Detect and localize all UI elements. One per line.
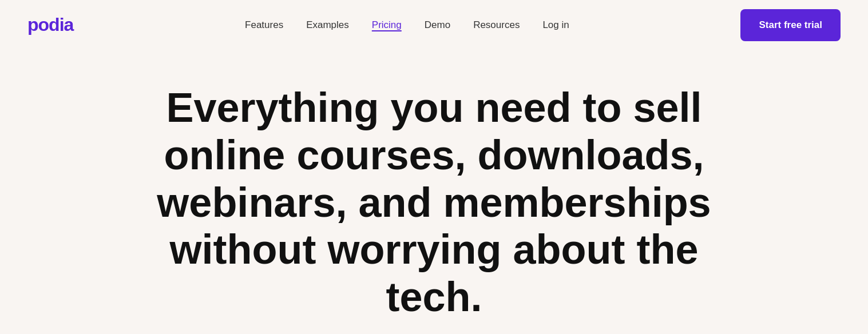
nav-demo[interactable]: Demo — [425, 19, 450, 31]
site-logo[interactable]: podia — [27, 14, 73, 35]
nav-login[interactable]: Log in — [542, 19, 569, 31]
hero-title: Everything you need to sell online cours… — [120, 84, 749, 321]
nav-features[interactable]: Features — [245, 19, 283, 31]
nav-resources[interactable]: Resources — [473, 19, 520, 31]
main-nav: Features Examples Pricing Demo Resources… — [245, 19, 569, 31]
site-header: podia Features Examples Pricing Demo Res… — [0, 0, 868, 50]
start-trial-button[interactable]: Start free trial — [740, 9, 841, 41]
nav-examples[interactable]: Examples — [306, 19, 349, 31]
hero-section: Everything you need to sell online cours… — [0, 50, 868, 334]
nav-pricing[interactable]: Pricing — [372, 19, 402, 31]
